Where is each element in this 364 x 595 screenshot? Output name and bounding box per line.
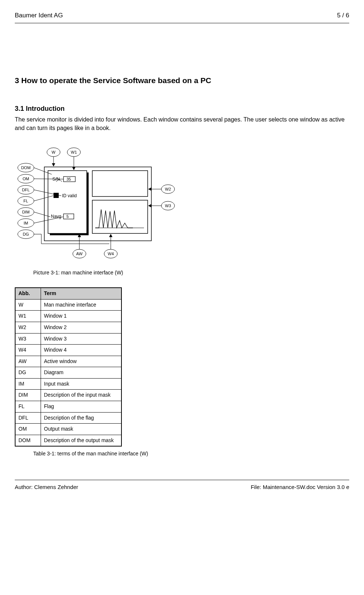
svg-text:W1: W1 [71, 150, 77, 154]
svg-text:W3: W3 [165, 204, 171, 208]
intro-paragraph: The service monitor is divided into four… [15, 116, 349, 132]
header-page-number: 5 / 6 [337, 11, 349, 20]
cell-term: Window 1 [41, 311, 122, 322]
cell-term: Description of the output mask [41, 435, 122, 446]
cell-term: Description of the flag [41, 412, 122, 424]
cell-term: Window 3 [41, 333, 122, 345]
cell-term: Window 2 [41, 322, 122, 333]
svg-text:AW: AW [76, 252, 83, 256]
svg-text:DIM: DIM [22, 210, 30, 214]
cell-term: Window 4 [41, 345, 122, 356]
subsection-heading: 3.1 Introduction [15, 104, 349, 113]
svg-text:FL: FL [24, 199, 28, 203]
svg-text:IM: IM [24, 221, 28, 225]
cell-abb: W4 [15, 345, 41, 356]
svg-text:W2: W2 [165, 187, 171, 191]
footer-file: File: Maintenance-SW.doc Version 3.0 e [251, 483, 349, 491]
table-row: AWActive window [15, 356, 121, 367]
table-row: WMan machine interface [15, 299, 121, 311]
svg-text:OM: OM [23, 177, 29, 181]
table-row: W1Window 1 [15, 311, 121, 322]
cell-abb: W3 [15, 333, 41, 345]
cell-abb: OM [15, 424, 41, 435]
cell-term: Flag [41, 401, 122, 413]
cell-abb: W2 [15, 322, 41, 333]
cell-term: Diagram [41, 367, 122, 379]
svg-rect-3 [92, 171, 148, 196]
cell-abb: FL [15, 401, 41, 413]
table-row: FLFlag [15, 401, 121, 413]
figure-caption: Picture 3-1: man machine interface (W) [33, 269, 349, 277]
svg-text:DOM: DOM [21, 165, 31, 170]
cell-abb: DIM [15, 390, 41, 401]
footer-rule [15, 480, 349, 480]
cell-abb: W1 [15, 311, 41, 322]
table-caption: Table 3-1: terms of the man machine inte… [33, 450, 349, 458]
cell-abb: DG [15, 367, 41, 379]
svg-text:W: W [52, 150, 56, 154]
table-row: W2Window 2 [15, 322, 121, 333]
cell-term: Man machine interface [41, 299, 122, 311]
svg-rect-4 [92, 200, 148, 233]
cell-term: Description of the input mask [41, 390, 122, 401]
svg-rect-7 [54, 193, 59, 198]
section-heading: 3 How to operate the Service Software ba… [15, 75, 349, 86]
table-row: DOMDescription of the output mask [15, 435, 121, 446]
svg-text:DFL: DFL [22, 188, 30, 192]
value-sn: 35 [66, 177, 71, 181]
cell-abb: DFL [15, 412, 41, 424]
table-row: IMInput mask [15, 378, 121, 390]
diagram-svg: S/N 35 ID valid Navg 5 DOM OM DFL FL DIM… [15, 141, 177, 263]
table-header-term: Term [41, 288, 122, 299]
cell-term: Active window [41, 356, 122, 367]
header-rule [15, 23, 349, 23]
figure-man-machine-interface: S/N 35 ID valid Navg 5 DOM OM DFL FL DIM… [15, 141, 349, 265]
table-header-abb: Abb. [15, 288, 41, 299]
svg-text:W4: W4 [108, 252, 114, 256]
value-navg: 5 [66, 214, 69, 219]
cell-abb: AW [15, 356, 41, 367]
cell-abb: DOM [15, 435, 41, 446]
label-id-valid: ID valid [62, 193, 77, 198]
cell-term: Output mask [41, 424, 122, 435]
left-bubbles: DOM OM DFL FL DIM IM DG [18, 163, 34, 239]
table-row: W3Window 3 [15, 333, 121, 345]
page-footer: Author: Clemens Zehnder File: Maintenanc… [15, 480, 349, 491]
svg-text:DG: DG [23, 232, 29, 236]
table-row: OMOutput mask [15, 424, 121, 435]
cell-abb: W [15, 299, 41, 311]
terms-table: Abb. Term WMan machine interfaceW1Window… [15, 287, 122, 447]
header-company: Baumer Ident AG [15, 11, 63, 20]
table-row: DIMDescription of the input mask [15, 390, 121, 401]
table-row: DGDiagram [15, 367, 121, 379]
table-row: W4Window 4 [15, 345, 121, 356]
cell-term: Input mask [41, 378, 122, 390]
page-header: Baumer Ident AG 5 / 6 [15, 11, 349, 20]
footer-author: Author: Clemens Zehnder [15, 483, 78, 491]
cell-abb: IM [15, 378, 41, 390]
table-row: DFLDescription of the flag [15, 412, 121, 424]
